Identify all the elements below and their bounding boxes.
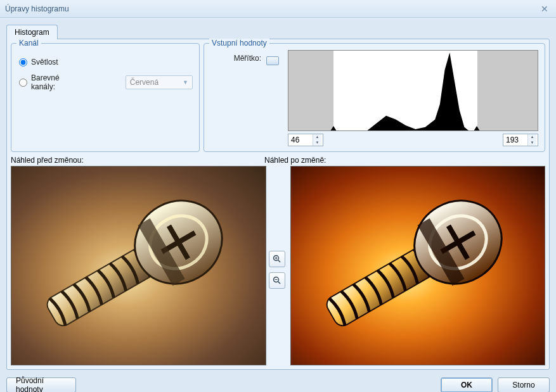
reset-button[interactable]: Původní hodnoty xyxy=(6,377,76,392)
preview-before-image xyxy=(11,166,266,365)
tab-histogram[interactable]: Histogram xyxy=(6,25,58,39)
histogram-chart[interactable] xyxy=(288,50,538,131)
spin-down-icon[interactable]: ▼ xyxy=(313,140,321,146)
cancel-button[interactable]: Storno xyxy=(498,377,550,392)
chevron-down-icon: ▼ xyxy=(183,79,188,85)
zoom-in-button[interactable] xyxy=(269,251,285,267)
histogram-curve xyxy=(288,51,538,131)
radio-color-channels[interactable] xyxy=(19,79,27,87)
close-icon[interactable]: ✕ xyxy=(538,4,551,14)
svg-line-9 xyxy=(278,281,280,284)
white-point-spinner[interactable]: ▲▼ xyxy=(503,134,538,146)
zoom-out-button[interactable] xyxy=(269,272,285,289)
scale-slider[interactable] xyxy=(266,56,279,65)
zoom-in-icon xyxy=(273,255,281,263)
title-bar: Úpravy histogramu ✕ xyxy=(0,0,556,18)
radio-lightness[interactable] xyxy=(19,58,27,66)
spin-down-icon[interactable]: ▼ xyxy=(528,140,536,146)
scale-label: Měřítko: xyxy=(234,54,261,63)
preview-before-label: Náhled před změnou: xyxy=(11,156,264,165)
svg-line-5 xyxy=(278,260,280,262)
channel-fieldset: Kanál Světlost Barevné kanály: Červená ▼ xyxy=(11,43,200,152)
radio-color-label: Barevné kanály: xyxy=(31,73,84,91)
spin-up-icon[interactable]: ▲ xyxy=(313,134,321,140)
black-point-spinner[interactable]: ▲▼ xyxy=(288,134,323,146)
spin-up-icon[interactable]: ▲ xyxy=(528,134,536,140)
black-point-input[interactable] xyxy=(288,136,313,144)
tab-strip: Histogram xyxy=(0,18,556,39)
zoom-out-icon xyxy=(273,276,281,285)
channel-legend: Kanál xyxy=(16,39,41,47)
preview-after-label: Náhled po změně: xyxy=(264,156,326,165)
white-point-input[interactable] xyxy=(503,136,527,144)
input-values-fieldset: Vstupní hodnoty Měřítko: xyxy=(204,43,545,152)
window-title: Úpravy histogramu xyxy=(5,4,538,13)
input-values-legend: Vstupní hodnoty xyxy=(209,39,269,47)
button-bar: Původní hodnoty OK Storno xyxy=(0,374,556,392)
radio-lightness-label: Světlost xyxy=(31,58,58,66)
ok-button[interactable]: OK xyxy=(441,377,493,392)
black-point-handle[interactable] xyxy=(330,126,337,131)
preview-after-image xyxy=(290,166,546,365)
white-point-handle[interactable] xyxy=(474,126,480,131)
tab-panel: Kanál Světlost Barevné kanály: Červená ▼… xyxy=(6,39,550,370)
channel-combo[interactable]: Červená ▼ xyxy=(126,75,193,89)
